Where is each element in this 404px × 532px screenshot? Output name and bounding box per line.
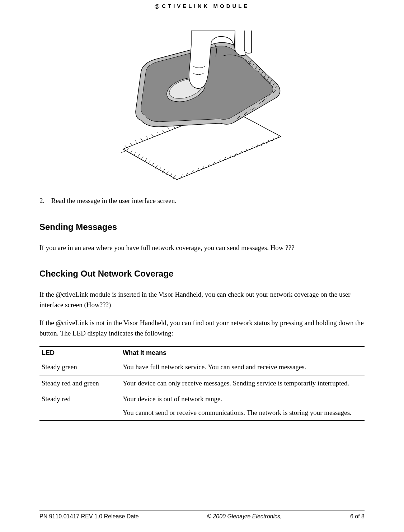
table-header-led: LED (39, 347, 121, 359)
coverage-paragraph-1: If the @ctiveLink module is inserted in … (39, 290, 365, 310)
coverage-paragraph-2: If the @ctiveLink is not in the Visor Ha… (39, 318, 365, 338)
svg-line-3 (121, 151, 125, 153)
device-illustration (39, 31, 365, 181)
led-table: LED What it means Steady green You have … (39, 346, 365, 421)
meaning-line-2: You cannot send or receive communication… (123, 408, 361, 418)
heading-network-coverage: Checking Out Network Coverage (39, 269, 365, 279)
footer-center: © 2000 Glenayre Electronics, (207, 513, 282, 520)
meaning-line-1: Your device is out of network range. (123, 394, 361, 404)
svg-line-37 (125, 145, 127, 148)
device-svg (109, 31, 295, 181)
meaning-cell: You have full network service. You can s… (121, 359, 365, 375)
svg-line-45 (168, 128, 170, 130)
meaning-cell: Your device can only receive messages. S… (121, 375, 365, 391)
svg-line-43 (157, 132, 159, 135)
led-cell: Steady red (39, 391, 121, 421)
meaning-cell: Your device is out of network range. You… (121, 391, 365, 421)
sending-paragraph: If you are in an area where you have ful… (39, 243, 365, 253)
svg-line-38 (130, 143, 132, 145)
table-row: Steady red and green Your device can onl… (39, 375, 365, 391)
svg-line-42 (151, 134, 154, 137)
svg-line-44 (162, 130, 164, 133)
footer-left: PN 9110.01417 REV 1.0 Release Date (39, 513, 139, 520)
table-header-meaning: What it means (121, 347, 365, 359)
page-header: @CTIVELINK MODULE (39, 0, 365, 9)
table-row: Steady red Your device is out of network… (39, 391, 365, 421)
step-text: Read the message in the user interface s… (51, 197, 177, 204)
step-number: 2. (39, 196, 50, 206)
step-2: 2. Read the message in the user interfac… (39, 196, 365, 206)
svg-line-39 (135, 140, 137, 143)
svg-line-41 (146, 136, 148, 139)
table-row: Steady green You have full network servi… (39, 359, 365, 375)
footer-right: 6 of 8 (350, 513, 365, 520)
heading-sending-messages: Sending Messages (39, 222, 365, 232)
led-cell: Steady green (39, 359, 121, 375)
page-footer: PN 9110.01417 REV 1.0 Release Date © 200… (0, 510, 404, 520)
led-cell: Steady red and green (39, 375, 121, 391)
svg-line-40 (141, 138, 143, 141)
